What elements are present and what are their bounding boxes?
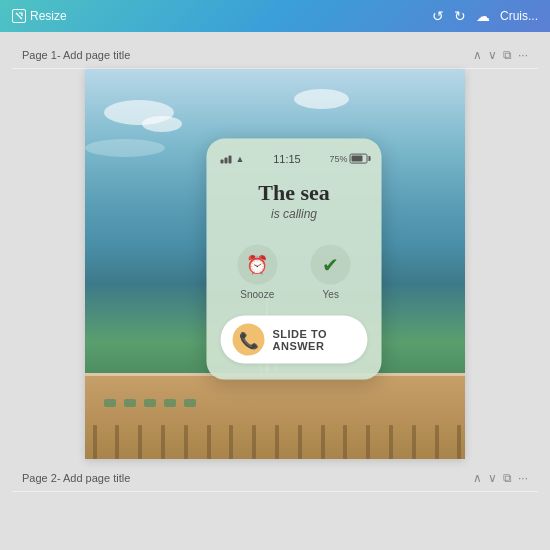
battery-pct: 75% <box>329 154 347 164</box>
rail-post-1 <box>93 425 97 459</box>
page2-label: Page 2- Add page title <box>22 472 130 484</box>
page1-controls: ∧ ∨ ⧉ ··· <box>473 48 528 62</box>
chevron-down-icon[interactable]: ∨ <box>488 48 497 62</box>
wifi-icon: ▲ <box>236 154 245 164</box>
signal-bar-3 <box>229 156 232 164</box>
chevron-up-icon[interactable]: ∧ <box>473 48 482 62</box>
battery-icon <box>350 154 368 164</box>
battery-fill <box>352 156 363 162</box>
rail-post-4 <box>161 425 165 459</box>
phone-battery: 75% <box>329 154 367 164</box>
duplicate-page-icon[interactable]: ⧉ <box>503 48 512 62</box>
page2-more[interactable]: ··· <box>518 471 528 485</box>
rail-post-14 <box>389 425 393 459</box>
rail-post-12 <box>343 425 347 459</box>
rail-post-5 <box>184 425 188 459</box>
page2-duplicate[interactable]: ⧉ <box>503 471 512 485</box>
document-title: Cruis... <box>500 9 538 23</box>
phone-mockup: ▲ 11:15 75% The sea is calling <box>207 139 382 380</box>
phone-time: 11:15 <box>273 153 301 165</box>
page2-chevron-up[interactable]: ∧ <box>473 471 482 485</box>
rail-post-8 <box>252 425 256 459</box>
snooze-label: Snooze <box>240 289 274 300</box>
toolbar: Resize ↺ ↻ ☁ Cruis... <box>0 0 550 32</box>
toolbar-actions: ↺ ↻ ☁ Cruis... <box>432 8 538 24</box>
phone-status-bar: ▲ 11:15 75% <box>221 153 368 165</box>
canvas-page[interactable]: ▲ 11:15 75% The sea is calling <box>85 69 465 459</box>
cloud-save-icon[interactable]: ☁ <box>476 8 490 24</box>
page2-controls: ∧ ∨ ⧉ ··· <box>473 471 528 485</box>
yes-button[interactable]: ✔ Yes <box>311 245 351 300</box>
rail-post-10 <box>298 425 302 459</box>
rail-post-2 <box>115 425 119 459</box>
phone-call-icon-circle: 📞 <box>233 324 265 356</box>
resize-label: Resize <box>30 9 67 23</box>
signal-bar-1 <box>221 160 224 164</box>
page1-label: Page 1- Add page title <box>22 49 130 61</box>
resize-control[interactable]: Resize <box>12 9 67 23</box>
yes-icon-circle: ✔ <box>311 245 351 285</box>
resize-icon <box>12 9 26 23</box>
phone-subtext: is calling <box>221 207 368 221</box>
redo-icon[interactable]: ↻ <box>454 8 466 24</box>
rail-post-11 <box>321 425 325 459</box>
canvas-area: Page 1- Add page title ∧ ∨ ⧉ ··· <box>0 32 550 550</box>
rail-post-6 <box>207 425 211 459</box>
deck-furniture <box>104 399 196 407</box>
more-options-icon[interactable]: ··· <box>518 48 528 62</box>
page1-canvas: ▲ 11:15 75% The sea is calling <box>85 69 465 459</box>
slide-to-answer-label: SLIDE TO ANSWER <box>273 328 356 352</box>
page2-header: Page 2- Add page title ∧ ∨ ⧉ ··· <box>12 465 538 492</box>
phone-main-content: The sea is calling <box>221 181 368 221</box>
snooze-icon-circle: ⏰ <box>237 245 277 285</box>
undo-icon[interactable]: ↺ <box>432 8 444 24</box>
rail-post-3 <box>138 425 142 459</box>
yes-label: Yes <box>323 289 339 300</box>
phone-headline: The sea <box>221 181 368 205</box>
phone-actions: ⏰ Snooze ✔ Yes <box>221 245 368 300</box>
page1-header: Page 1- Add page title ∧ ∨ ⧉ ··· <box>12 42 538 69</box>
ship-deck <box>85 373 465 459</box>
phone-icon: 📞 <box>239 330 259 349</box>
signal-bar-2 <box>225 158 228 164</box>
cloud-2 <box>142 116 182 132</box>
rail-post-17 <box>457 425 461 459</box>
rail-post-15 <box>412 425 416 459</box>
rail-post-9 <box>275 425 279 459</box>
alarm-icon: ⏰ <box>246 254 268 276</box>
page2-chevron-down[interactable]: ∨ <box>488 471 497 485</box>
snooze-button[interactable]: ⏰ Snooze <box>237 245 277 300</box>
cloud-3 <box>294 89 349 109</box>
rail-post-7 <box>229 425 233 459</box>
rail-post-13 <box>366 425 370 459</box>
slide-to-answer[interactable]: 📞 SLIDE TO ANSWER <box>221 316 368 364</box>
checkmark-icon: ✔ <box>322 253 339 277</box>
rail-post-16 <box>435 425 439 459</box>
signal-indicator: ▲ <box>221 154 245 164</box>
